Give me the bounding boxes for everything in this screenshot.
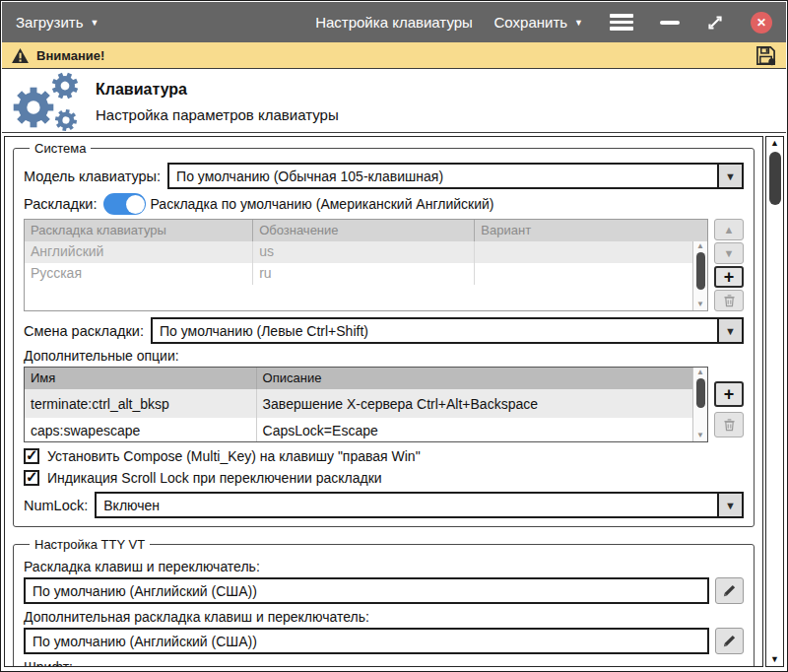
keyboard-model-value: По умолчанию (Обычная 105-клавишная) xyxy=(169,165,717,187)
expand-icon xyxy=(706,14,724,32)
load-menu-button[interactable]: Загрузить ▼ xyxy=(16,14,98,31)
trash-icon xyxy=(723,418,736,432)
compose-checkbox-label: Установить Compose (Multi_Key) на клавиш… xyxy=(47,448,421,464)
app-header: Клавиатура Настройка параметров клавиату… xyxy=(2,70,786,133)
layouts-table-row: Раскладка клавиатуры Обозначение Вариант… xyxy=(24,219,744,311)
options-table-row: Имя Описание terminate:ctrl_alt_bksp Зав… xyxy=(24,367,744,442)
maximize-button[interactable] xyxy=(706,14,724,32)
plus-icon: + xyxy=(724,384,735,405)
caret-down-icon: ▼ xyxy=(725,325,736,337)
options-table: Имя Описание terminate:ctrl_alt_bksp Зав… xyxy=(24,367,708,442)
layouts-table-buttons: ▲ ▼ + xyxy=(714,219,744,311)
compose-checkbox[interactable]: ✓ xyxy=(24,448,39,464)
tty-extra-layout-edit-button[interactable] xyxy=(715,628,744,654)
tty-extra-layout-label: Дополнительная раскладка клавиш и перекл… xyxy=(24,609,744,625)
keyboard-model-select[interactable]: По умолчанию (Обычная 105-клавишная) ▼ xyxy=(167,163,744,189)
tty-group: Настройка TTY VT Раскладка клавиш и пере… xyxy=(13,537,755,667)
numlock-select[interactable]: Включен ▼ xyxy=(95,492,744,518)
menu-icon[interactable] xyxy=(610,14,633,31)
caret-down-icon: ▼ xyxy=(91,19,99,28)
cell-layout-variant xyxy=(475,263,707,285)
title-bar: Загрузить ▼ Настройка клавиатуры Сохрани… xyxy=(2,2,786,42)
app-window: Загрузить ▼ Настройка клавиатуры Сохрани… xyxy=(0,0,788,672)
numlock-value: Включен xyxy=(97,494,717,516)
scrollbar-thumb[interactable] xyxy=(696,378,705,408)
floppy-disk-icon xyxy=(755,45,776,66)
scrolllock-checkbox-row[interactable]: ✓ Индикация Scroll Lock при переключении… xyxy=(24,470,744,486)
scroll-down-icon[interactable]: ▼ xyxy=(696,431,704,441)
check-icon: ✓ xyxy=(26,447,38,462)
save-changes-button[interactable] xyxy=(755,45,776,66)
arrow-up-icon: ▲ xyxy=(724,224,735,235)
cell-option-description: CapsLock=Escape xyxy=(257,418,707,442)
table-row[interactable]: terminate:ctrl_alt_bksp Завершение X-сер… xyxy=(25,389,707,418)
default-layout-toggle[interactable] xyxy=(103,193,146,215)
move-down-button[interactable]: ▼ xyxy=(714,242,744,264)
table-scrollbar[interactable]: ▲ ▼ xyxy=(692,368,707,441)
table-scrollbar[interactable]: ▲ ▼ xyxy=(692,241,707,310)
table-row[interactable]: caps:swapescape CapsLock=Escape xyxy=(25,418,707,442)
tty-layout-edit-button[interactable] xyxy=(715,577,744,604)
layout-switch-row: Смена раскладки: По умолчанию (Левые Ctr… xyxy=(24,317,744,344)
scroll-up-icon[interactable]: ▲ xyxy=(696,241,704,252)
add-layout-button[interactable]: + xyxy=(714,266,744,288)
tty-extra-layout-row: По умолчанию (Английский (США)) xyxy=(24,628,744,654)
close-button[interactable]: ✕ xyxy=(751,12,772,34)
layouts-table-header: Раскладка клавиатуры Обозначение Вариант xyxy=(25,220,707,241)
move-up-button[interactable]: ▲ xyxy=(714,219,744,240)
scroll-down-icon[interactable]: ▼ xyxy=(770,653,779,666)
column-header: Имя xyxy=(25,368,257,389)
system-group-legend: Система xyxy=(30,141,91,156)
delete-option-button[interactable] xyxy=(714,412,744,437)
page-subtitle: Настройка параметров клавиатуры xyxy=(96,106,339,123)
tty-layout-row: По умолчанию (Английский (США)) xyxy=(24,577,744,604)
warning-icon xyxy=(12,48,29,63)
settings-scroll-area: Система Модель клавиатуры: По умолчанию … xyxy=(4,136,763,667)
keyboard-model-label: Модель клавиатуры: xyxy=(24,168,161,184)
scroll-up-icon[interactable]: ▲ xyxy=(770,137,779,150)
cell-option-name: terminate:ctrl_alt_bksp xyxy=(25,389,257,418)
caret-down-icon: ▼ xyxy=(574,19,583,28)
dropdown-button[interactable]: ▼ xyxy=(717,494,742,516)
save-menu-button[interactable]: Сохранить ▼ xyxy=(494,14,583,31)
layout-switch-select[interactable]: По умолчанию (Левые Ctrl+Shift) ▼ xyxy=(151,317,744,344)
scroll-down-icon[interactable]: ▼ xyxy=(696,300,704,310)
cell-option-name: caps:swapescape xyxy=(25,418,257,442)
minimize-button[interactable] xyxy=(660,21,680,25)
numlock-row: NumLock: Включен ▼ xyxy=(24,492,744,518)
dropdown-button[interactable]: ▼ xyxy=(717,319,742,342)
tty-font-label: Шрифт: xyxy=(24,659,744,667)
main-scrollbar[interactable]: ▲ ▼ xyxy=(765,136,784,667)
table-row[interactable]: Английский us xyxy=(25,241,707,263)
numlock-label: NumLock: xyxy=(24,498,88,513)
cell-option-description: Завершение X-сервера Ctrl+Alt+Backspace xyxy=(257,389,707,418)
toggle-knob xyxy=(126,195,145,214)
load-menu-label: Загрузить xyxy=(16,14,84,31)
cell-layout-name: Русская xyxy=(25,263,253,285)
tty-layout-field: По умолчанию (Английский (США)) xyxy=(24,577,709,604)
scrolllock-checkbox[interactable]: ✓ xyxy=(24,470,39,486)
warning-text: Внимание! xyxy=(36,48,104,63)
dropdown-button[interactable]: ▼ xyxy=(717,165,742,187)
scroll-up-icon[interactable]: ▲ xyxy=(696,368,704,378)
cell-layout-name: Английский xyxy=(25,241,253,263)
trash-icon xyxy=(723,294,736,307)
compose-checkbox-row[interactable]: ✓ Установить Compose (Multi_Key) на клав… xyxy=(24,448,744,464)
scrollbar-thumb[interactable] xyxy=(696,252,705,290)
add-option-button[interactable]: + xyxy=(714,381,744,407)
plus-icon: + xyxy=(724,267,735,288)
delete-layout-button[interactable] xyxy=(714,290,744,311)
warning-bar: Внимание! xyxy=(2,42,786,69)
table-row[interactable]: Русская ru xyxy=(25,263,707,285)
layouts-label: Раскладки: xyxy=(24,196,97,212)
column-header: Описание xyxy=(257,368,707,389)
arrow-down-icon: ▼ xyxy=(724,247,735,259)
system-group: Система Модель клавиатуры: По умолчанию … xyxy=(13,141,755,527)
pencil-icon xyxy=(722,634,737,648)
pencil-icon xyxy=(722,583,737,598)
tty-extra-layout-field: По умолчанию (Английский (США)) xyxy=(24,628,709,654)
layouts-row: Раскладки: Раскладка по умолчанию (Амери… xyxy=(24,193,744,215)
column-header: Раскладка клавиатуры xyxy=(25,220,253,241)
scrollbar-thumb[interactable] xyxy=(769,152,781,205)
column-header: Обозначение xyxy=(253,220,475,241)
